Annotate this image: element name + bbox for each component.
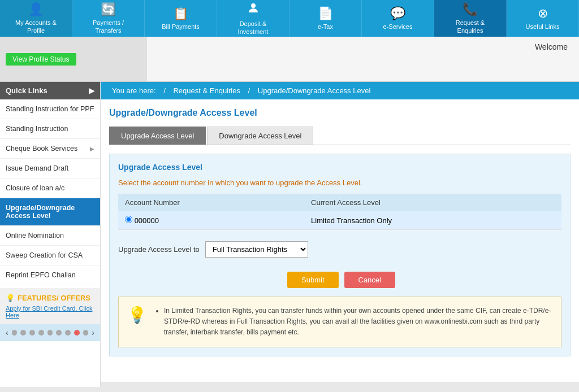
- account-table: Account Number Current Access Level 0000…: [118, 194, 561, 230]
- table-header-account: Account Number: [118, 194, 304, 211]
- nav-payments-label: Payments / Transfers: [83, 19, 134, 34]
- carousel-dot-9: [83, 330, 89, 336]
- view-profile-button[interactable]: View Profile Status: [6, 53, 76, 66]
- table-cell-access-level: Limited Transaction Only: [304, 211, 561, 230]
- carousel-bar: ‹ ›: [0, 324, 100, 341]
- table-cell-account: 000000: [118, 211, 304, 230]
- breadcrumb-item-1[interactable]: Request & Enquiries: [173, 86, 240, 95]
- sidebar-item-upgrade-downgrade[interactable]: Upgrade/Downgrade Access Level: [0, 198, 100, 226]
- nav-deposit-label: Deposit & Investment: [227, 20, 279, 35]
- info-box: 💡 In Limited Transaction Rights, you can…: [118, 297, 561, 347]
- upgrade-level-label: Upgrade Access Level to: [118, 245, 200, 254]
- svg-point-0: [251, 3, 256, 8]
- nav-etax-label: e-Tax: [318, 23, 333, 31]
- account-radio[interactable]: [125, 216, 132, 223]
- carousel-next-icon[interactable]: ›: [92, 328, 94, 337]
- request-icon: 📞: [463, 2, 478, 17]
- sidebar-item-demand-draft-label: Issue Demand Draft: [6, 164, 68, 172]
- tab-upgrade[interactable]: Upgrade Access Level: [109, 127, 206, 145]
- upgrade-section: Upgrade Access Level Select the account …: [109, 154, 571, 356]
- breadcrumb-prefix: You are here:: [112, 86, 156, 95]
- sidebar: Quick Links ▶ Standing Instruction for P…: [0, 82, 101, 387]
- etax-icon: 📄: [318, 6, 333, 21]
- nav-bill-payments[interactable]: 📋 Bill Payments: [145, 0, 217, 37]
- sidebar-header-label: Quick Links: [6, 86, 47, 95]
- features-title: FEATURES/ OFFERS: [18, 294, 90, 302]
- nav-bill-payments-label: Bill Payments: [162, 23, 200, 31]
- main-layout: Quick Links ▶ Standing Instruction for P…: [0, 82, 579, 387]
- sidebar-item-cheque-book[interactable]: Cheque Book Services ▶: [0, 139, 100, 159]
- page-content: Upgrade/Downgrade Access Level Upgrade A…: [101, 99, 579, 382]
- upgrade-level-select[interactable]: Full Transaction Rights Limited Transact…: [205, 241, 308, 258]
- carousel-dot-2: [20, 330, 26, 336]
- table-row: 000000 Limited Transaction Only: [118, 211, 561, 230]
- sidebar-item-standing-ppf-label: Standing Instruction for PPF: [6, 105, 94, 113]
- welcome-text: Welcome: [535, 42, 568, 51]
- carousel-dot-5: [47, 330, 53, 336]
- content-area: You are here: / Request & Enquiries / Up…: [101, 82, 579, 387]
- carousel-dot-6: [56, 330, 62, 336]
- features-header: 💡 FEATURES/ OFFERS: [6, 294, 94, 302]
- carousel-dot-8: [74, 330, 80, 336]
- sidebar-item-upgrade-downgrade-label: Upgrade/Downgrade Access Level: [6, 204, 94, 220]
- nav-request-label: Request & Enquiries: [444, 19, 496, 34]
- sidebar-item-standing-instruction-label: Standing Instruction: [6, 125, 68, 133]
- sidebar-item-demand-draft[interactable]: Issue Demand Draft: [0, 159, 100, 178]
- button-row: Submit Cancel: [118, 272, 561, 288]
- nav-eservices-label: e-Services: [383, 23, 413, 31]
- deposit-icon: [247, 1, 260, 18]
- nav-etax[interactable]: 📄 e-Tax: [290, 0, 362, 37]
- features-icon: 💡: [6, 294, 15, 302]
- nav-payments[interactable]: 🔄 Payments / Transfers: [72, 0, 145, 37]
- info-bulb-icon: 💡: [127, 306, 147, 324]
- my-accounts-icon: 👤: [28, 2, 44, 17]
- breadcrumb-item-2: Upgrade/Downgrade Access Level: [258, 86, 370, 95]
- nav-eservices[interactable]: 💬 e-Services: [362, 0, 434, 37]
- sidebar-item-cheque-book-label: Cheque Book Services: [6, 145, 77, 153]
- carousel-dot-3: [29, 330, 35, 336]
- sidebar-item-reprint-epfo[interactable]: Reprint EPFO Challan: [0, 265, 100, 285]
- sidebar-item-standing-ppf[interactable]: Standing Instruction for PPF: [0, 99, 100, 119]
- sidebar-header: Quick Links ▶: [0, 82, 100, 99]
- table-header-access-level: Current Access Level: [304, 194, 561, 211]
- welcome-bar: View Profile Status Welcome: [0, 37, 579, 82]
- eservices-icon: 💬: [390, 6, 405, 21]
- sidebar-item-closure-loan-label: Closure of loan a/c: [6, 184, 64, 192]
- tab-bar: Upgrade Access Level Downgrade Access Le…: [109, 127, 571, 145]
- features-link[interactable]: Apply for SBI Credit Card. Click Here: [6, 305, 94, 319]
- submit-button[interactable]: Submit: [287, 272, 338, 288]
- carousel-dot-7: [65, 330, 71, 336]
- breadcrumb-separator-1: /: [163, 86, 166, 95]
- account-number: 000000: [135, 216, 159, 225]
- nav-my-accounts-label: My Accounts & Profile: [10, 19, 62, 34]
- sidebar-item-sweep-creation-label: Sweep Creation for CSA: [6, 251, 83, 259]
- nav-my-accounts[interactable]: 👤 My Accounts & Profile: [0, 0, 72, 37]
- sidebar-item-sweep-creation[interactable]: Sweep Creation for CSA: [0, 246, 100, 265]
- sidebar-item-closure-loan[interactable]: Closure of loan a/c: [0, 178, 100, 198]
- sidebar-item-standing-instruction[interactable]: Standing Instruction: [0, 119, 100, 139]
- top-navigation: 👤 My Accounts & Profile 🔄 Payments / Tra…: [0, 0, 579, 37]
- upgrade-section-title: Upgrade Access Level: [118, 163, 561, 172]
- sidebar-item-online-nomination[interactable]: Online Nomination: [0, 226, 100, 246]
- breadcrumb: You are here: / Request & Enquiries / Up…: [101, 82, 579, 99]
- cheque-book-arrow-icon: ▶: [90, 146, 94, 152]
- carousel-prev-icon[interactable]: ‹: [6, 328, 8, 337]
- upgrade-level-row: Upgrade Access Level to Full Transaction…: [118, 238, 561, 260]
- sidebar-item-reprint-epfo-label: Reprint EPFO Challan: [6, 271, 76, 279]
- info-list-item: In Limited Transaction Rights, you can t…: [164, 306, 552, 338]
- sidebar-features: 💡 FEATURES/ OFFERS Apply for SBI Credit …: [0, 288, 100, 324]
- page-title: Upgrade/Downgrade Access Level: [109, 108, 571, 118]
- carousel-dot-4: [38, 330, 44, 336]
- nav-useful-links[interactable]: ⊗ Useful Links: [507, 0, 579, 37]
- useful-links-icon: ⊗: [538, 6, 548, 21]
- cancel-button[interactable]: Cancel: [344, 272, 395, 288]
- bill-payments-icon: 📋: [173, 6, 188, 21]
- breadcrumb-separator-2: /: [248, 86, 250, 95]
- sidebar-item-online-nomination-label: Online Nomination: [6, 232, 64, 239]
- profile-panel: View Profile Status: [0, 37, 147, 81]
- payments-icon: 🔄: [101, 2, 116, 17]
- select-instruction: Select the account number in which you w…: [118, 178, 561, 187]
- tab-downgrade[interactable]: Downgrade Access Level: [207, 127, 313, 145]
- nav-request[interactable]: 📞 Request & Enquiries: [434, 0, 507, 37]
- nav-deposit[interactable]: Deposit & Investment: [217, 0, 290, 37]
